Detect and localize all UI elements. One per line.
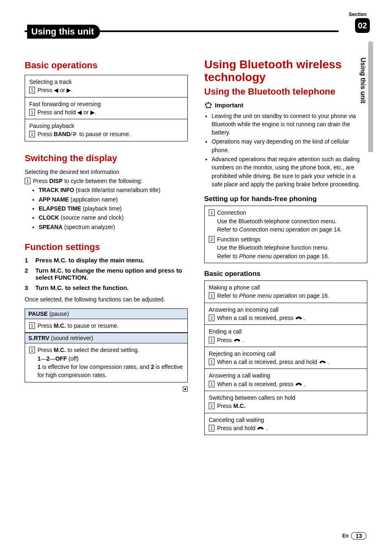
chapter-tab-bar: Using this unit	[25, 25, 367, 41]
phone-icon	[257, 426, 264, 431]
srtrv-body: 1 Press M.C. to select the desired setti…	[25, 343, 188, 382]
list-item: Advanced operations that require attenti…	[212, 155, 367, 188]
list-item: APP NAME (application name)	[39, 195, 188, 204]
language-code: En	[342, 533, 348, 539]
box-end-call: Ending a call 1Press .	[204, 325, 367, 347]
step-text: Press M.C. to select the desired setting…	[37, 346, 183, 379]
step-text: Press BAND/ to pause or resume.	[37, 130, 130, 138]
heading-basic-ops-2: Basic operations	[204, 270, 367, 278]
step-number: 1	[29, 109, 35, 116]
srtrv-header: S.RTRV (sound retriever)	[25, 333, 188, 343]
list-item: TRACK INFO (track title/artist name/albu…	[39, 186, 188, 194]
heading-basic-operations: Basic operations	[25, 60, 188, 71]
box-title: Fast forwarding or reversing	[29, 100, 183, 108]
pause-body: 1 Press M.C. to pause or resume.	[25, 319, 188, 333]
phone-icon	[319, 359, 326, 364]
box-pausing-playback: Pausing playback 1 Press BAND/ to pause …	[25, 119, 188, 141]
step-text: Press and hold .	[217, 424, 267, 432]
step-number: 1	[29, 131, 35, 137]
step-number: 1	[209, 359, 214, 365]
box-call-waiting: Answering a call waiting 1When a call is…	[204, 369, 367, 391]
display-options-list: TRACK INFO (track title/artist name/albu…	[39, 186, 188, 231]
pause-header: PAUSE (pause)	[25, 308, 188, 319]
step-text: Press and hold ◀ or ▶.	[37, 108, 96, 116]
switch-lead: Selecting the desired text information	[25, 168, 188, 176]
list-item: SPEANA (spectrum analyzer)	[39, 223, 188, 231]
side-tab-text: Using this unit	[359, 58, 367, 103]
step-text: When a call is received, press .	[217, 314, 306, 322]
important-label: Important	[204, 101, 367, 109]
box-selecting-track: Selecting a track 1Press ◀ or ▶.	[25, 75, 188, 97]
step-text: Connection Use the Bluetooth telephone c…	[217, 208, 342, 234]
box-switch-callers: Switching between callers on hold 1Press…	[204, 391, 367, 413]
step-number: 1	[25, 178, 30, 184]
box-make-call: Making a phone call 1Refer to Phone menu…	[204, 280, 367, 303]
heading-bluetooth: Using Bluetooth wireless technology	[204, 58, 367, 84]
box-title: Pausing playback	[29, 122, 183, 130]
side-tab-bg	[368, 41, 373, 152]
step-number: 1	[209, 403, 214, 409]
step-number: 1	[29, 347, 35, 353]
step-number: 2	[209, 236, 214, 243]
box-title: Switching between callers on hold	[209, 394, 363, 402]
step-number: 1	[209, 381, 214, 387]
section-label: Section	[349, 12, 367, 17]
list-item: Leaving the unit on standby to connect t…	[212, 112, 367, 137]
box-fast-forward: Fast forwarding or reversing 1Press and …	[25, 97, 188, 120]
step-number: 1	[209, 337, 214, 343]
right-column: Using Bluetooth wireless technology Usin…	[204, 58, 367, 435]
step-text: Press DISP to cycle between the followin…	[33, 177, 142, 185]
box-title: Making a phone call	[209, 283, 363, 292]
page-footer: En 13	[342, 532, 367, 540]
function-steps: 1Press M.C. to display the main menu. 2T…	[25, 257, 188, 291]
box-title: Rejecting an incoming call	[209, 350, 363, 358]
chapter-title: Using this unit	[27, 25, 100, 39]
step-text: Press M.C. to pause or resume.	[37, 322, 119, 330]
list-item: CLOCK (source name and clock)	[39, 213, 188, 222]
step-number: 1	[209, 209, 214, 216]
step-3: Turn M.C. to select the function.	[35, 284, 188, 291]
step-number: 1	[29, 87, 35, 93]
section-end-marker	[25, 386, 188, 393]
step-text: Refer to Phone menu operation on page 16…	[217, 292, 329, 300]
box-answer-call: Answering an incoming call 1When a call …	[204, 303, 367, 325]
box-setup: 1 Connection Use the Bluetooth telephone…	[204, 206, 367, 263]
box-cancel-waiting: Canceling call waiting 1Press and hold .	[204, 413, 367, 436]
step-1: Press M.C. to display the main menu.	[35, 257, 188, 264]
box-title: Answering an incoming call	[209, 306, 363, 314]
step-text: Press ◀ or ▶.	[37, 86, 73, 94]
left-column: Basic operations Selecting a track 1Pres…	[25, 58, 188, 435]
step-number: 1	[209, 315, 214, 321]
step-text: Press M.C.	[217, 402, 245, 410]
important-list: Leaving the unit on standby to connect t…	[212, 112, 367, 189]
escape-icon	[72, 132, 78, 137]
step-number: 1	[209, 292, 214, 299]
heading-setup-handsfree: Setting up for hands-free phoning	[204, 195, 367, 203]
phone-icon	[295, 315, 302, 320]
step-number: 1	[209, 425, 214, 431]
step-text: Press .	[217, 336, 244, 344]
recycle-icon	[204, 101, 212, 109]
heading-switching-display: Switching the display	[25, 153, 188, 164]
end-square-icon	[183, 387, 188, 392]
step-text: When a call is received, press .	[217, 380, 306, 388]
page-number: 13	[351, 532, 367, 540]
box-title: Selecting a track	[29, 78, 183, 86]
list-item: Operations may vary depending on the kin…	[212, 137, 367, 154]
step-2: Turn M.C. to change the menu option and …	[35, 267, 188, 281]
step-number: 1	[29, 322, 35, 329]
phone-icon	[295, 382, 302, 387]
step-text: When a call is received, press and hold …	[217, 358, 329, 366]
box-reject-call: Rejecting an incoming call 1When a call …	[204, 347, 367, 369]
step-text: Function settings Use the Bluetooth tele…	[217, 235, 329, 260]
heading-bt-phone: Using the Bluetooth telephone	[204, 86, 367, 97]
box-title: Ending a call	[209, 327, 363, 336]
box-title: Answering a call waiting	[209, 371, 363, 380]
phone-icon	[233, 338, 241, 343]
box-title: Canceling call waiting	[209, 416, 363, 424]
function-note: Once selected, the following functions c…	[25, 295, 188, 303]
list-item: ELAPSED TIME (playback time)	[39, 204, 188, 213]
heading-function-settings: Function settings	[25, 242, 188, 253]
